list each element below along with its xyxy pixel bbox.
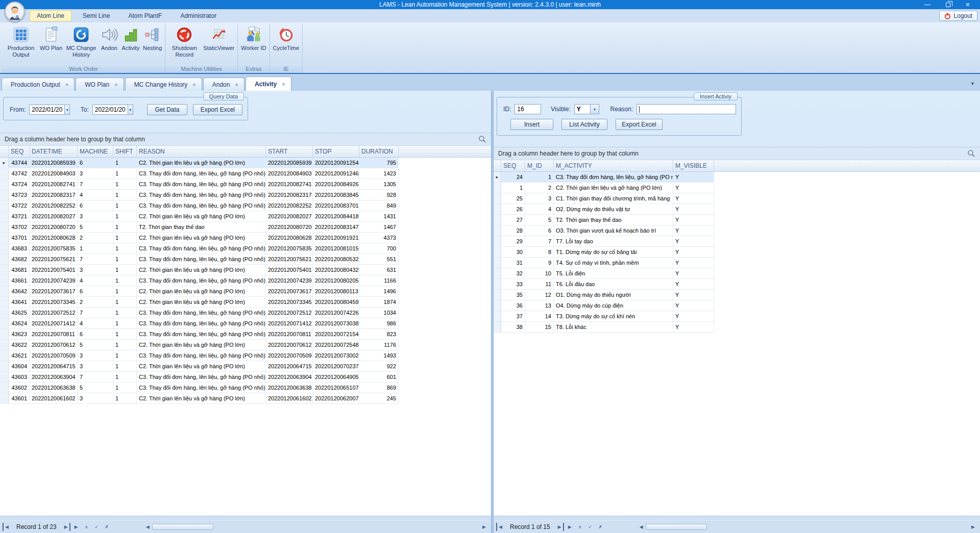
cell[interactable]: 20220120070811: [266, 329, 313, 339]
table-row[interactable]: 3613O4. Dừng máy do cúp điệnY: [494, 300, 714, 311]
cell[interactable]: 20220120084903: [266, 168, 313, 179]
cell[interactable]: Y: [673, 268, 714, 278]
cell[interactable]: 20220120082741: [266, 179, 313, 189]
table-row[interactable]: 436832022012007583511C3. Thay đổi đơn hà…: [0, 243, 399, 254]
horizontal-scrollbar[interactable]: ◀ ▶: [637, 523, 977, 531]
table-row[interactable]: 275T2. Thời gian thay thế daoY: [494, 215, 714, 225]
cell[interactable]: 20220120075835: [30, 243, 78, 253]
cell[interactable]: C2. Thời gian lên liệu và gỡ hàng (PO lớ…: [554, 183, 673, 193]
cell[interactable]: 1166: [359, 275, 399, 286]
table-row[interactable]: 436822022012007562171C3. Thay đổi đơn hà…: [0, 254, 399, 265]
column-header-mvisible[interactable]: M_VISIBLE: [673, 160, 714, 171]
cell[interactable]: 1034: [359, 308, 399, 318]
tab-mc-change-history[interactable]: MC Change History ×: [125, 78, 202, 91]
cell[interactable]: 3: [78, 265, 113, 275]
menu-tab-atom-plantf[interactable]: Atom PlantF: [121, 10, 169, 21]
cell[interactable]: 700: [359, 243, 399, 253]
cell[interactable]: 5: [525, 215, 554, 225]
tab-close-icon[interactable]: ×: [65, 82, 68, 88]
table-row[interactable]: 3714T3. Dừng máy do sự cố khí nénY: [494, 311, 714, 322]
cell[interactable]: 20220120075835: [266, 243, 313, 253]
cell[interactable]: 20220120082317: [266, 190, 313, 200]
cell[interactable]: Y: [673, 322, 714, 332]
cell[interactable]: 20220120080205: [313, 275, 359, 286]
table-row[interactable]: 253C1. Thời gian thay đổi chương trình, …: [494, 193, 714, 204]
export-excel-button[interactable]: Export Excel: [616, 119, 663, 130]
nav-endedit-button[interactable]: ✓: [92, 523, 101, 531]
cell[interactable]: 1: [113, 361, 137, 371]
table-row[interactable]: 436812022012007540131C2. Thời gian lên l…: [0, 265, 399, 275]
cell[interactable]: Y: [673, 247, 714, 257]
cell[interactable]: 1: [113, 254, 137, 264]
cell[interactable]: 20220120071412: [30, 318, 78, 328]
cell[interactable]: 3: [78, 361, 113, 371]
cell[interactable]: 20220120075401: [266, 265, 313, 275]
cell[interactable]: 20220120081015: [313, 243, 359, 253]
cell[interactable]: 20220120072154: [313, 329, 359, 339]
cell[interactable]: O2. Dừng máy do thiếu vật tư: [554, 204, 673, 214]
left-grid-body[interactable]: ►437442022012008593961C2. Thời gian lên …: [0, 158, 491, 516]
table-row[interactable]: 436242022012007141241C3. Thay đổi đơn hà…: [0, 318, 399, 329]
cell[interactable]: 43744: [9, 158, 30, 168]
cell[interactable]: 20220120070237: [313, 361, 359, 371]
cell[interactable]: 30: [501, 247, 525, 257]
cell[interactable]: 1: [113, 308, 137, 318]
cell[interactable]: T6. Lỗi đầu dao: [554, 279, 673, 289]
horizontal-scrollbar[interactable]: ◀ ▶: [143, 523, 488, 531]
cell[interactable]: 20220120075621: [30, 254, 78, 264]
cell[interactable]: 5: [78, 222, 113, 232]
andon-button[interactable]: Andon: [99, 25, 120, 52]
cell[interactable]: 20220120084903: [30, 168, 78, 179]
cell[interactable]: C3. Thay đổi đơn hàng, lên liệu, gỡ hàng…: [137, 179, 266, 189]
cell[interactable]: 1: [525, 172, 554, 182]
cell[interactable]: 24: [501, 172, 525, 182]
cell[interactable]: 601: [359, 372, 399, 382]
table-row[interactable]: 3815T8. Lỗi khácY: [494, 322, 714, 333]
cell[interactable]: Y: [673, 300, 714, 311]
cell[interactable]: 20220120063638: [30, 383, 78, 393]
cell[interactable]: C2. Thời gian lên liệu và gỡ hàng (PO lớ…: [137, 158, 266, 168]
cell[interactable]: 20220120080628: [30, 233, 78, 243]
column-header-duration[interactable]: DURATION: [359, 146, 399, 157]
table-row[interactable]: 12C2. Thời gian lên liệu và gỡ hàng (PO …: [494, 183, 714, 193]
cell[interactable]: 1493: [359, 350, 399, 361]
nav-first-button[interactable]: ◀: [496, 523, 505, 531]
cell[interactable]: Y: [673, 236, 714, 246]
wo-plan-button[interactable]: WO Plan: [38, 25, 64, 52]
scroll-right-icon[interactable]: ▶: [969, 523, 977, 531]
cell[interactable]: C2. Thời gian lên liệu và gỡ hàng (PO lớ…: [137, 211, 266, 221]
cell[interactable]: 20220120073345: [30, 297, 78, 307]
cell[interactable]: C3. Thay đổi đơn hàng, lên liệu, gỡ hàng…: [137, 275, 266, 286]
cell[interactable]: 20220120063904: [266, 372, 313, 382]
cell[interactable]: 20220120073617: [266, 286, 313, 296]
cell[interactable]: 4373: [359, 233, 399, 243]
cell[interactable]: 20220120083147: [313, 222, 359, 232]
table-row[interactable]: 297T7. Lỗi tay daoY: [494, 236, 714, 247]
cell[interactable]: Y: [673, 311, 714, 321]
cell[interactable]: 43724: [9, 179, 30, 189]
cell[interactable]: 43601: [9, 393, 30, 403]
cell[interactable]: C2. Thời gian lên liệu và gỡ hàng (PO lớ…: [137, 297, 266, 307]
cell[interactable]: 20220120064715: [30, 361, 78, 371]
cell[interactable]: 4: [525, 204, 554, 214]
cell[interactable]: 849: [359, 200, 399, 211]
table-row[interactable]: 436252022012007251271C3. Thay đổi đơn hà…: [0, 308, 399, 318]
cell[interactable]: 551: [359, 254, 399, 264]
cell[interactable]: C3. Thay đổi đơn hàng, lên liệu, gỡ hàng…: [137, 350, 266, 361]
cell[interactable]: 1: [113, 340, 137, 350]
column-header-mid[interactable]: M_ID: [525, 160, 554, 171]
export-excel-button[interactable]: Export Excel: [193, 104, 242, 115]
cell[interactable]: C2. Thời gian lên liệu và gỡ hàng (PO lớ…: [137, 393, 266, 403]
cell[interactable]: C3. Thay đổi đơn hàng, lên liệu, gỡ hàng…: [137, 243, 266, 253]
cell[interactable]: O4. Dừng máy do cúp điện: [554, 300, 673, 311]
cell[interactable]: 38: [501, 322, 525, 332]
insert-button[interactable]: Insert: [510, 119, 553, 130]
cell[interactable]: O1. Dừng máy do thiếu người: [554, 290, 673, 300]
menu-tab-atom-line[interactable]: Atom Line: [30, 10, 71, 21]
cell[interactable]: T2. Thời gian thay thế dao: [554, 215, 673, 225]
column-header-start[interactable]: START: [266, 146, 313, 157]
cell[interactable]: 20220120065107: [313, 383, 359, 393]
table-row[interactable]: 436232022012007081161C3. Thay đổi đơn hà…: [0, 329, 399, 340]
cell[interactable]: 1: [113, 243, 137, 253]
table-row[interactable]: 436412022012007334521C2. Thời gian lên l…: [0, 297, 399, 308]
